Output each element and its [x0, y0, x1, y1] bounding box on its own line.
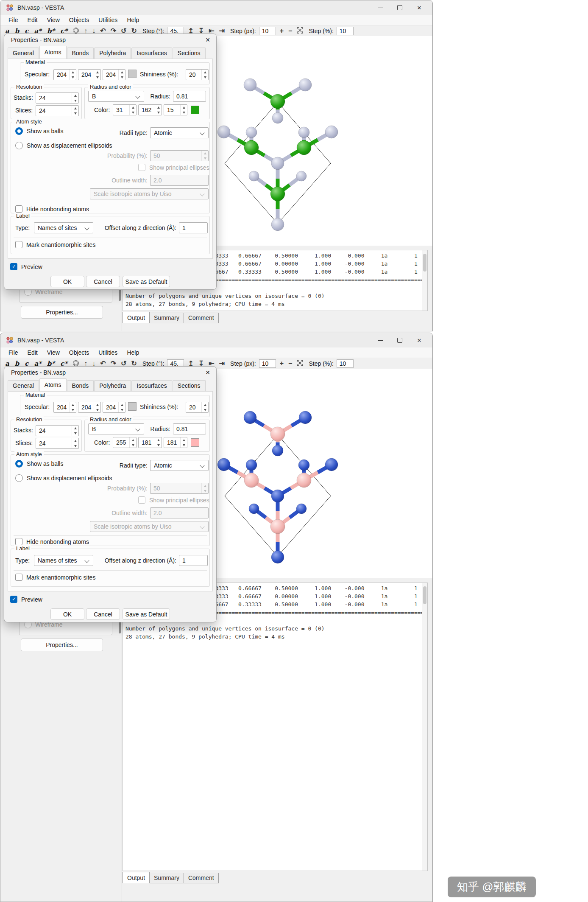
atom-ball-N[interactable] [299, 411, 312, 424]
radii-type-select[interactable]: Atomic [150, 460, 209, 471]
close-button[interactable]: ✕ [410, 0, 429, 15]
atom-ball-N[interactable] [217, 126, 230, 138]
maximize-button[interactable] [390, 333, 410, 347]
spin-down-icon[interactable] [130, 110, 136, 115]
spin-up-icon[interactable] [119, 402, 125, 407]
atom-ball-B[interactable] [270, 519, 285, 534]
menu-utilities[interactable]: Utilities [94, 348, 122, 357]
fit-to-screen-icon[interactable] [296, 360, 304, 367]
atom-ball-N[interactable] [296, 504, 307, 514]
menu-help[interactable]: Help [122, 16, 144, 24]
atom-ball-N[interactable] [246, 127, 257, 138]
spin-down-icon[interactable] [202, 407, 208, 412]
dialog-close-button[interactable]: ✕ [205, 36, 210, 43]
close-button[interactable]: ✕ [410, 333, 429, 347]
spin-down-icon[interactable] [119, 407, 125, 412]
atom-ball-B[interactable] [297, 140, 311, 155]
spin-up-icon[interactable] [130, 437, 136, 443]
spin-down-icon[interactable] [155, 110, 162, 115]
color-r-stepper[interactable]: 255 [113, 437, 137, 448]
hide-nonbonding-checkbox[interactable] [15, 205, 22, 213]
specular-color-swatch[interactable] [128, 402, 137, 411]
tab-polyhedra[interactable]: Polyhedra [94, 380, 131, 391]
menu-edit[interactable]: Edit [23, 16, 42, 24]
cancel-button[interactable]: Cancel [86, 276, 120, 287]
stacks-stepper[interactable]: 24 [36, 92, 79, 104]
atom-ball-N[interactable] [272, 445, 283, 456]
properties-button[interactable]: Properties... [21, 639, 103, 651]
tab-bonds[interactable]: Bonds [67, 380, 94, 391]
step-px-input[interactable]: 10 [259, 359, 276, 368]
console-tab-output[interactable]: Output [123, 872, 150, 883]
color-g-stepper[interactable]: 162 [138, 104, 162, 115]
console-tab-comment[interactable]: Comment [184, 313, 219, 323]
atom-ball-N[interactable] [296, 171, 307, 181]
show-as-ellipsoids-radio[interactable] [15, 142, 23, 149]
element-select[interactable]: B [88, 91, 144, 102]
spin-up-icon[interactable] [155, 105, 162, 110]
menu-file[interactable]: File [4, 16, 23, 24]
color-b-stepper[interactable]: 181 [164, 437, 187, 448]
radius-input[interactable]: 0.81 [173, 423, 206, 434]
tab-polyhedra[interactable]: Polyhedra [94, 48, 131, 59]
preview-checkbox[interactable] [10, 596, 17, 603]
spin-down-icon[interactable] [202, 75, 208, 80]
spin-up-icon[interactable] [72, 426, 78, 431]
ok-button[interactable]: OK [50, 608, 84, 620]
spin-down-icon[interactable] [119, 75, 125, 80]
preview-checkbox[interactable] [10, 263, 17, 270]
label-type-select[interactable]: Names of sites [34, 222, 93, 233]
tab-atoms[interactable]: Atoms [39, 378, 67, 391]
spin-up-icon[interactable] [70, 70, 76, 75]
atom-ball-B[interactable] [270, 427, 285, 441]
label-type-select[interactable]: Names of sites [34, 555, 93, 566]
specular-g-stepper[interactable]: 204 [78, 402, 101, 413]
spin-down-icon[interactable] [72, 443, 78, 448]
atom-ball-N[interactable] [249, 504, 259, 514]
spin-down-icon[interactable] [94, 75, 100, 80]
save-as-default-button[interactable]: Save as Default [123, 276, 170, 287]
spin-down-icon[interactable] [72, 111, 78, 116]
zoom-out-icon[interactable]: − [287, 360, 293, 367]
zoom-in-icon[interactable]: + [279, 28, 284, 34]
spin-up-icon[interactable] [181, 437, 187, 443]
atom-ball-N[interactable] [271, 157, 284, 170]
show-as-ellipsoids-radio[interactable] [15, 474, 23, 482]
atom-ball-B[interactable] [270, 94, 285, 109]
element-color-swatch[interactable] [191, 106, 199, 114]
atom-ball-N[interactable] [271, 218, 284, 231]
spin-up-icon[interactable] [72, 93, 78, 98]
spin-up-icon[interactable] [181, 105, 187, 110]
menu-objects[interactable]: Objects [64, 16, 94, 24]
specular-r-stepper[interactable]: 204 [53, 402, 76, 413]
offset-z-input[interactable]: 1 [179, 555, 208, 566]
spin-up-icon[interactable] [94, 70, 100, 75]
spin-up-icon[interactable] [202, 70, 208, 75]
step-pct-input[interactable]: 10 [337, 359, 354, 368]
show-as-balls-radio[interactable] [15, 127, 23, 135]
spin-down-icon[interactable] [70, 407, 76, 412]
atom-ball-N[interactable] [244, 78, 256, 91]
dialog-close-button[interactable]: ✕ [205, 369, 210, 376]
spin-up-icon[interactable] [202, 402, 208, 407]
atom-ball-N[interactable] [325, 126, 338, 138]
tab-isosurfaces[interactable]: Isosurfaces [131, 380, 172, 391]
menu-edit[interactable]: Edit [23, 348, 42, 357]
atom-ball-N[interactable] [325, 458, 338, 471]
atom-ball-N[interactable] [217, 458, 230, 471]
specular-g-stepper[interactable]: 204 [78, 69, 101, 80]
step-px-input[interactable]: 10 [259, 27, 276, 35]
spin-up-icon[interactable] [155, 437, 162, 443]
ok-button[interactable]: OK [50, 276, 84, 287]
spin-up-icon[interactable] [130, 105, 136, 110]
minimize-button[interactable] [371, 0, 390, 15]
spin-down-icon[interactable] [72, 98, 78, 103]
atom-ball-N[interactable] [299, 78, 312, 91]
tab-sections[interactable]: Sections [173, 380, 206, 391]
spin-up-icon[interactable] [72, 438, 78, 443]
spin-down-icon[interactable] [130, 443, 136, 448]
console-output[interactable]: 0.00000 0.00000 0.00000 1.000 -0.000 1a … [123, 583, 428, 871]
console-scrollbar[interactable] [422, 250, 427, 311]
atom-ball-N[interactable] [249, 171, 259, 181]
console-scrollbar[interactable] [422, 583, 427, 871]
